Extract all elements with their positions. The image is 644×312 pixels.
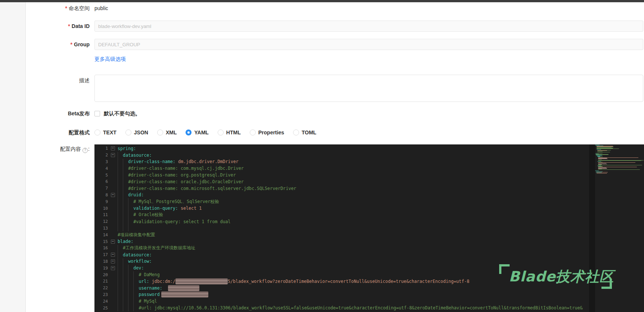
help-icon[interactable]: ? — [83, 148, 88, 153]
radio-circle-icon[interactable] — [125, 130, 131, 135]
code-line[interactable]: 9# MySql、PostgreSQL、SqlServer校验 — [94, 198, 589, 205]
fold-icon[interactable]: − — [108, 253, 118, 257]
code-line[interactable]: 8−druid: — [94, 192, 589, 199]
code-text: password — [118, 291, 589, 298]
code-line[interactable]: 6#driver-class-name: oracle.jdbc.OracleD… — [94, 178, 589, 185]
indent-guide — [123, 285, 128, 291]
code-line[interactable]: 20# DaMeng — [94, 271, 589, 278]
code-line[interactable]: 15−blade: — [94, 238, 589, 245]
fold-icon[interactable]: − — [108, 153, 118, 157]
data-id-input[interactable] — [94, 21, 643, 32]
code-line[interactable]: 19−dev: — [94, 265, 589, 271]
line-number: 25 — [94, 306, 108, 311]
radio-html[interactable]: HTML — [218, 130, 241, 135]
code-text: #driver-class-name: oracle.jdbc.OracleDr… — [118, 178, 589, 185]
indent-guide — [123, 178, 128, 185]
code-text: #validation-query: select 1 from dual — [118, 218, 589, 225]
radio-circle-icon[interactable] — [250, 130, 256, 135]
indent-guide — [118, 225, 123, 232]
indent-guide — [123, 205, 128, 212]
indent-guide — [118, 245, 123, 252]
fold-icon[interactable]: − — [108, 240, 118, 244]
indent-guide — [123, 172, 128, 178]
advanced-options-link[interactable]: 更多高级选项 — [94, 56, 126, 62]
code-line[interactable]: 16#工作流模块开发生产环境数据库地址 — [94, 245, 589, 252]
radio-label: YAML — [194, 130, 208, 135]
code-area[interactable]: 1−spring:2−datasource:3driver-class-name… — [94, 145, 589, 311]
minimap-line — [598, 160, 641, 161]
code-line[interactable]: 17−datasource: — [94, 252, 589, 258]
fold-icon[interactable]: − — [108, 266, 118, 270]
code-line[interactable]: 25#url: jdbc:mysql://10.56.0.131:3306/bl… — [94, 305, 589, 311]
indent-guide — [118, 178, 123, 185]
line-number: 19 — [94, 266, 108, 271]
left-sidebar — [0, 2, 26, 312]
line-number: 16 — [94, 246, 108, 250]
redacted-blur — [175, 278, 228, 284]
radio-xml[interactable]: XML — [157, 130, 177, 135]
code-text: driver-class-name: dm.jdbc.driver.DmDriv… — [118, 159, 589, 165]
code-text: datasource: — [118, 152, 589, 159]
code-line[interactable]: 7#driver-class-name: com.microsoft.sqlse… — [94, 185, 589, 192]
indent-guide — [133, 305, 139, 311]
radio-toml[interactable]: TOML — [293, 130, 316, 135]
line-number: 22 — [94, 286, 108, 290]
indent-guide — [133, 298, 139, 305]
code-line[interactable]: 14#项目模块集中配置 — [94, 231, 589, 238]
editor-scrollbar[interactable] — [589, 144, 595, 312]
indent-guide — [118, 285, 123, 291]
line-number: 2 — [94, 153, 108, 157]
code-line[interactable]: 24# MySql — [94, 298, 589, 305]
indent-guide — [118, 159, 123, 165]
indent-guide — [123, 265, 128, 271]
radio-circle-icon[interactable] — [218, 130, 224, 135]
indent-guide — [118, 192, 123, 199]
indent-guide — [118, 252, 123, 258]
radio-circle-icon[interactable] — [157, 130, 163, 135]
radio-circle-icon[interactable] — [293, 130, 299, 135]
radio-circle-icon[interactable] — [186, 130, 192, 135]
indent-guide — [118, 218, 123, 225]
minimap-line — [598, 159, 602, 160]
indent-guide — [118, 278, 123, 285]
fold-icon[interactable]: − — [108, 259, 118, 263]
required-asterisk: * — [68, 23, 70, 29]
fold-icon[interactable]: − — [108, 146, 118, 150]
group-input[interactable] — [94, 39, 643, 50]
radio-yaml[interactable]: YAML — [186, 130, 208, 135]
line-number: 23 — [94, 292, 108, 297]
line-number: 12 — [94, 219, 108, 224]
indent-guide — [123, 212, 128, 218]
code-line[interactable]: 4#driver-class-name: com.mysql.cj.jdbc.D… — [94, 165, 589, 172]
indent-guide — [123, 305, 128, 311]
code-line[interactable]: 11# Oracle校验 — [94, 212, 589, 218]
minimap-line — [597, 161, 601, 162]
radio-properties[interactable]: Properties — [250, 130, 284, 135]
code-line[interactable]: 1−spring: — [94, 145, 589, 152]
indent-guide — [123, 258, 128, 265]
fold-icon[interactable]: − — [108, 193, 118, 197]
code-line[interactable]: 13 — [94, 225, 589, 232]
beta-checkbox[interactable] — [94, 111, 100, 116]
code-line[interactable]: 12#validation-query: select 1 from dual — [94, 218, 589, 225]
indent-guide — [128, 225, 133, 232]
radio-json[interactable]: JSON — [125, 130, 148, 135]
code-line[interactable]: 22username: — [94, 285, 589, 291]
indent-guide — [128, 198, 133, 205]
code-line[interactable]: 2−datasource: — [94, 152, 589, 159]
code-line[interactable]: 18−workflow: — [94, 258, 589, 265]
radio-circle-icon[interactable] — [94, 130, 100, 135]
indent-guide — [133, 278, 139, 285]
code-line[interactable]: 10validation-query: select 1 — [94, 205, 589, 212]
code-line[interactable]: 23password — [94, 291, 589, 298]
code-line[interactable]: 5#driver-class-name: org.postgresql.Driv… — [94, 172, 589, 178]
content-label-text: 配置内容 — [60, 146, 81, 152]
description-textarea[interactable] — [94, 75, 643, 102]
radio-label: JSON — [134, 130, 148, 135]
config-content-editor[interactable]: 1−spring:2−datasource:3driver-class-name… — [94, 144, 644, 312]
code-line[interactable]: 21url: jdbc:dm:/5/bladex_workflow?zeroDa… — [94, 278, 589, 285]
code-line[interactable]: 3driver-class-name: dm.jdbc.driver.DmDri… — [94, 159, 589, 165]
editor-minimap[interactable] — [595, 145, 644, 174]
radio-label: Properties — [258, 130, 284, 135]
radio-text[interactable]: TEXT — [94, 130, 116, 135]
